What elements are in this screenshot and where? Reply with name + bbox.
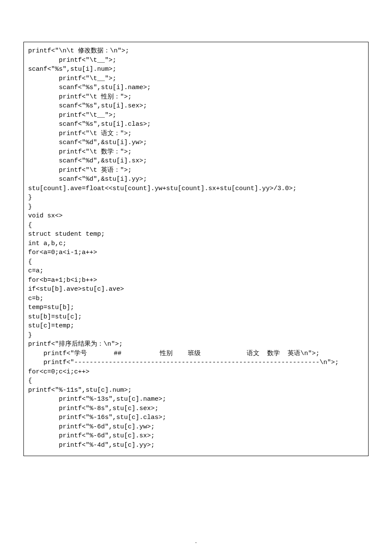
code-line: c=a; xyxy=(28,266,364,276)
code-block: printf<"\n\t 修改数据：\n">; printf<"\t__">;s… xyxy=(23,42,369,456)
code-line: temp=stu[b]; xyxy=(28,303,364,312)
code-line: scanf<"%s",stu[i].name>; xyxy=(28,83,364,92)
code-line: for<b=a+1;b<i;b++> xyxy=(28,276,364,285)
code-line: { xyxy=(28,376,364,386)
code-line: scanf<"%d",&stu[i].sx>; xyxy=(28,156,364,166)
code-line: scanf<"%d",&stu[i].yy>; xyxy=(28,175,364,184)
code-line: printf<"\n\t 修改数据：\n">; xyxy=(28,46,364,56)
code-line: printf<"--------------------------------… xyxy=(28,358,364,367)
code-line: printf<"\t 性别：">; xyxy=(28,92,364,102)
code-line: printf<"%-4d",stu[c].yy>; xyxy=(28,441,364,450)
code-line: void sx<> xyxy=(28,211,364,221)
page-footer: . xyxy=(0,538,392,545)
code-line: printf<"排序后结果为：\n">; xyxy=(28,340,364,349)
code-line: } xyxy=(28,331,364,340)
code-line: scanf<"%s",stu[i].clas>; xyxy=(28,120,364,129)
code-line: printf<"\t__">; xyxy=(28,111,364,120)
code-line: stu[c]=temp; xyxy=(28,321,364,331)
code-line: printf<"%-6d",stu[c].yw>; xyxy=(28,422,364,432)
code-line: } xyxy=(28,193,364,202)
code-line: printf<"\t__">; xyxy=(28,56,364,65)
code-line: printf<"\t__">; xyxy=(28,74,364,84)
code-line: printf<"%-13s",stu[c].name>; xyxy=(28,395,364,404)
code-line: printf<"\t 语文：">; xyxy=(28,129,364,139)
code-line: scanf<"%s",stu[i].sex>; xyxy=(28,101,364,111)
code-line: scanf<"%d",&stu[i].yw>; xyxy=(28,138,364,147)
code-line: { xyxy=(28,221,364,230)
code-line: stu[b]=stu[c]; xyxy=(28,312,364,322)
code-line: { xyxy=(28,257,364,267)
code-line: printf<"%-11s",stu[c].num>; xyxy=(28,386,364,395)
code-line: printf<"\t 数学：">; xyxy=(28,147,364,157)
code-line: } xyxy=(28,202,364,212)
code-line: struct student temp; xyxy=(28,230,364,239)
code-line: stu[count].ave=float<<stu[count].yw+stu[… xyxy=(28,184,364,194)
code-line: int a,b,c; xyxy=(28,239,364,249)
code-line: scanf<"%s",stu[i].num>; xyxy=(28,65,364,74)
code-line: printf<"\t 英语：">; xyxy=(28,166,364,175)
code-line: printf<"%-16s",stu[c].clas>; xyxy=(28,413,364,422)
code-line: printf<"%-8s",stu[c].sex>; xyxy=(28,404,364,413)
code-line: if<stu[b].ave>stu[c].ave> xyxy=(28,285,364,294)
code-line: for<a=0;a<i-1;a++> xyxy=(28,248,364,257)
code-line: printf<"学号 ## 性别 班级 语文 数学 英语\n">; xyxy=(28,349,364,358)
document-page: printf<"\n\t 修改数据：\n">; printf<"\t__">;s… xyxy=(0,0,392,555)
code-line: for<c=0;c<i;c++> xyxy=(28,367,364,377)
code-line: printf<"%-6d",stu[c].sx>; xyxy=(28,431,364,441)
code-line: c=b; xyxy=(28,294,364,304)
